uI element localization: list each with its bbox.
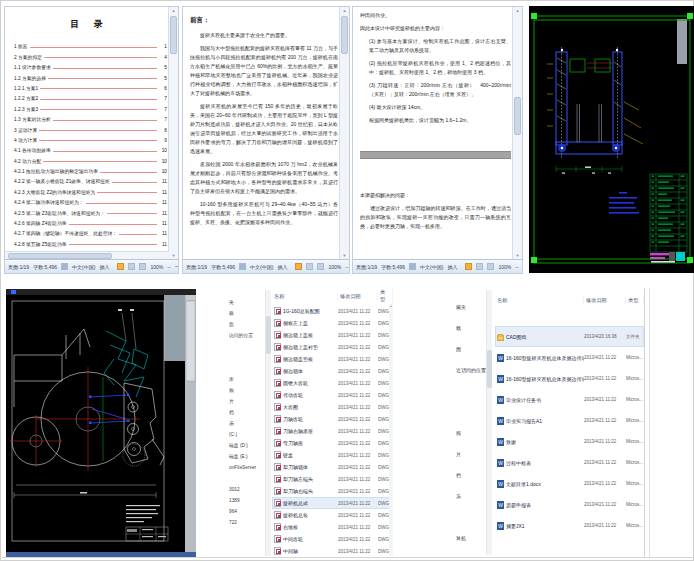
file-row[interactable]: 刀轴右轴承座 2013/4/21 11:22 DWG (272, 425, 393, 437)
proofing-icon[interactable] (61, 263, 68, 270)
folder-tree-item[interactable]: (C:) (229, 429, 265, 440)
folder-tree-item[interactable]: 访问的位置 (229, 330, 265, 341)
tree-scroll-thumb[interactable] (266, 316, 271, 354)
list-scrollbar[interactable]: ▲ (389, 304, 393, 556)
scroll-down-icon[interactable]: ▼ (169, 252, 178, 259)
toc-entry[interactable]: 4.2.8 第五轴 Z5齿轮功率 11 (12, 236, 167, 246)
tree-scrollbar[interactable] (486, 290, 492, 555)
toc-entry[interactable]: 4.2.7 第四轴（键轮轴）不传递扭矩、此处空转： 11 (12, 226, 167, 236)
toc-entry[interactable]: 1.3 方案对比分析 7 (12, 112, 167, 122)
folder-tree-item[interactable]: onFileServer (229, 462, 265, 473)
toc-entry[interactable]: 4.2.5 第二轴 Z3齿轮功率、转速和扭矩为： 11 (12, 205, 167, 215)
folder-tree-item[interactable] (456, 402, 486, 423)
folder-tree-item[interactable]: 1389 (229, 495, 265, 506)
status-insert-mode[interactable]: 插入 (99, 264, 109, 270)
folder-tree-item[interactable] (229, 363, 265, 374)
zoom-out-button[interactable]: − (515, 264, 519, 270)
file-row[interactable]: 右墙板 2013/4/21 11:22 DWG (272, 521, 393, 533)
web-layout-view-icon[interactable] (317, 263, 324, 270)
folder-tree-item[interactable]: 片 (456, 444, 486, 465)
zoom-level[interactable]: 100% (150, 264, 163, 270)
status-page-count[interactable]: 页面:1/19 (356, 264, 377, 270)
scrollbar-thumb[interactable] (514, 97, 521, 135)
zoom-level[interactable]: 100% (328, 264, 341, 270)
file-row[interactable]: 摘要JX1 2013/4/21 11:22 Micros... (495, 515, 644, 536)
status-language[interactable]: 中文(中国) (72, 264, 95, 270)
folder-tree-item[interactable]: 722 (229, 517, 265, 528)
folder-tree-item[interactable] (229, 473, 265, 484)
toc-entry[interactable]: 1.1 设计参数要求 5 (12, 60, 167, 70)
file-row[interactable]: 圆锥大齿轮 2013/4/21 11:22 DWG (272, 377, 393, 389)
cad-scroll-strip[interactable] (677, 19, 687, 64)
proofing-icon[interactable] (239, 263, 246, 270)
file-row[interactable]: 毕业设计任务书 2013/4/21 11:22 Micros... (495, 389, 644, 410)
cad-scroll-thumb[interactable] (186, 301, 195, 381)
folder-tree-item[interactable]: 乐 (456, 486, 486, 507)
folder-tree-item[interactable]: 档 (456, 465, 486, 486)
column-header-type[interactable]: 类型 (378, 289, 393, 303)
tree-scroll-thumb[interactable] (487, 350, 492, 388)
fullscreen-view-icon[interactable] (476, 263, 483, 270)
zoom-out-button[interactable]: − (167, 264, 171, 270)
zoom-level[interactable]: 100% (498, 264, 511, 270)
folder-tree-item[interactable]: 964 (229, 506, 265, 517)
fullscreen-view-icon[interactable] (306, 263, 313, 270)
folder-tree-item[interactable]: 3012 (229, 484, 265, 495)
folder-tree-item[interactable]: 片 (229, 396, 265, 407)
folder-tree-item[interactable]: 算机 (456, 528, 486, 549)
cad-scroll-up[interactable] (186, 295, 195, 300)
toc-entry[interactable]: 4.2.1 拖拉机动力输出轴的额定输出功率 10 (12, 164, 167, 174)
print-layout-view-icon[interactable] (117, 263, 124, 270)
column-header-date[interactable]: 修改日期 (584, 297, 626, 304)
status-page-count[interactable]: 页面:1/19 (186, 264, 207, 270)
print-layout-view-icon[interactable] (295, 263, 302, 270)
status-language[interactable]: 中文(中国) (250, 264, 273, 270)
column-header-name[interactable]: 名称 (495, 297, 584, 304)
file-row[interactable]: 侧边箱体 2013/4/21 11:22 DWG (272, 365, 393, 377)
file-row[interactable]: 1G-160总装配图 2013/4/21 11:22 DWG (272, 305, 393, 317)
scroll-up-icon[interactable]: ▲ (340, 7, 349, 14)
vertical-scrollbar[interactable]: ▲ ▼ (512, 7, 522, 259)
folder-tree-item[interactable]: 库 (229, 374, 265, 385)
toc-entry[interactable]: 3 运动计算 8 (12, 122, 167, 132)
toc-entry[interactable]: 4.2.3 大锥齿轮 Z2的功率转速和扭矩为 11 (12, 184, 167, 194)
folder-tree-item[interactable] (456, 381, 486, 402)
file-row[interactable]: 16-160型旋耕灭茬机总体及侧边传动装... 2013/4/21 11:22 … (495, 347, 644, 368)
status-word-count[interactable]: 字数:5,496 (211, 264, 235, 270)
folder-tree-item[interactable]: 夹 (229, 297, 265, 308)
file-row[interactable]: 致谢 2013/4/21 11:22 Micros... (495, 431, 644, 452)
scroll-up-icon[interactable]: ▲ (513, 7, 522, 14)
scroll-down-icon[interactable]: ▼ (340, 252, 349, 259)
status-language[interactable]: 中文(中国) (420, 264, 443, 270)
print-layout-view-icon[interactable] (465, 263, 472, 270)
scroll-down-icon[interactable]: ▼ (513, 252, 522, 259)
folder-tree-item[interactable]: 面 (229, 319, 265, 330)
toc-entry[interactable]: 1.2.3 方案3 7 (12, 101, 167, 111)
folder-tree-item[interactable]: 频 (229, 385, 265, 396)
file-row[interactable]: 侧边箱盖垫板 2013/4/21 11:22 DWG (272, 353, 393, 365)
toc-entry[interactable]: 4.2 动力分配 10 (12, 153, 167, 163)
file-row[interactable]: 16-160型旋耕灭茬机总体及侧边传动装... 2013/4/21 11:22 … (495, 368, 644, 389)
status-word-count[interactable]: 字数:5,496 (381, 264, 405, 270)
folder-tree-item[interactable] (456, 507, 486, 528)
web-layout-view-icon[interactable] (139, 263, 146, 270)
file-row[interactable]: 侧边箱上盖衬垫 2013/4/21 11:22 DWG (272, 341, 393, 353)
folder-tree-item[interactable]: 近访问的位置 (456, 360, 486, 381)
file-row[interactable]: 传动齿轮 2013/4/21 11:22 DWG (272, 389, 393, 401)
file-row[interactable]: 弯刀轴座 2013/4/21 11:22 DWG (272, 437, 393, 449)
toc-entry[interactable]: 4.2.4 第二轴功率转速和扭矩为： 11 (12, 195, 167, 205)
file-row[interactable]: 旋耕机总成 2013/4/21 11:22 DWG (272, 497, 393, 509)
toc-entry[interactable]: 4 动力计算 9 (12, 133, 167, 143)
folder-tree-item[interactable]: 载 (229, 308, 265, 319)
folder-tree-item[interactable] (229, 341, 265, 352)
column-header-name[interactable]: 名称 (272, 293, 338, 300)
toc-entry[interactable]: 1.2.2 方案2 7 (12, 91, 167, 101)
folder-tree-item[interactable]: 频 (456, 423, 486, 444)
folder-tree-item[interactable]: 乐 (229, 418, 265, 429)
file-row[interactable]: 中间轴 2013/4/21 11:22 DWG (272, 545, 393, 557)
status-page-count[interactable]: 页面:1/19 (8, 264, 29, 270)
file-row[interactable]: 选题申报表 2013/4/21 11:22 Micros... (495, 494, 644, 515)
toc-entry[interactable]: 4.2.2 第一轴及小锥齿轮 Z1效率、转速和扭矩 11 (12, 174, 167, 184)
file-row[interactable]: 侧边箱上盖板 2013/4/21 11:22 DWG (272, 329, 393, 341)
proofing-icon[interactable] (409, 263, 416, 270)
